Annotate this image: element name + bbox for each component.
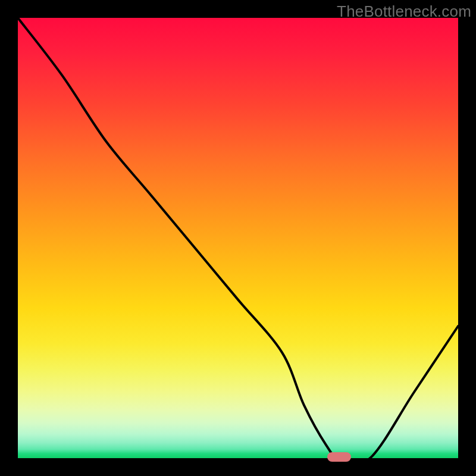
chart-frame: TheBottleneck.com xyxy=(0,0,476,476)
plot-area xyxy=(18,18,458,458)
bottleneck-curve xyxy=(18,18,458,458)
curve-path xyxy=(18,18,458,464)
optimum-marker xyxy=(327,452,351,462)
